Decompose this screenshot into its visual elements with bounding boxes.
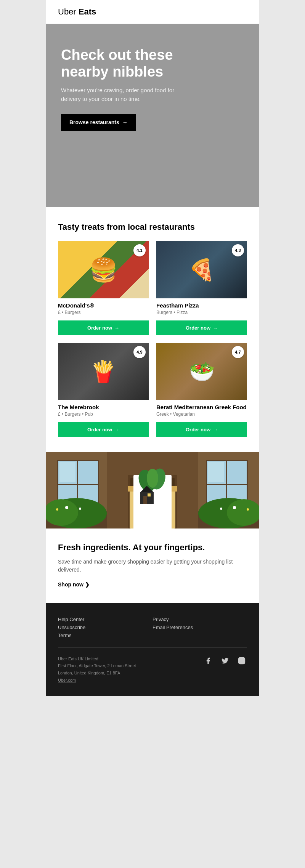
footer-link-email-preferences[interactable]: Email Preferences <box>152 625 247 630</box>
svg-point-42 <box>233 506 236 509</box>
berati-info: Berati Mediterranean Greek Food Greek • … <box>156 400 247 422</box>
footer-address-line2: London, United Kingdom, E1 8FA <box>58 669 136 677</box>
berati-rating: 4.7 <box>232 346 244 358</box>
footer-links: Help Center Privacy Unsubscribe Email Pr… <box>58 617 247 638</box>
merebrook-rating: 4.9 <box>133 346 146 358</box>
browse-restaurants-button[interactable]: Browse restaurants → <box>61 114 136 131</box>
feastham-order-label: Order now <box>186 325 210 331</box>
merebrook-name: The Merebrook <box>58 404 149 410</box>
svg-rect-9 <box>59 462 75 482</box>
footer-divider <box>58 647 247 648</box>
logo-uber: Uber <box>58 7 76 16</box>
svg-point-43 <box>220 508 222 510</box>
hero-title: Check out these nearby nibbles <box>61 47 191 80</box>
mcdonalds-info: McDonald's® £ • Burgers <box>58 298 149 320</box>
merebrook-order-arrow: → <box>114 427 119 432</box>
fresh-title: Fresh ingredients. At your fingertips. <box>58 542 247 553</box>
shop-now-label: Shop now <box>58 581 83 588</box>
grocery-banner <box>46 452 259 528</box>
feastham-info: Feastham Pizza Burgers • Pizza <box>156 298 247 320</box>
restaurant-card-feastham: 4.3 Feastham Pizza Burgers • Pizza Order… <box>156 241 247 335</box>
feastham-order-button[interactable]: Order now → <box>156 320 247 335</box>
shop-now-button[interactable]: Shop now ❯ <box>58 581 90 588</box>
restaurant-card-berati: 4.7 Berati Mediterranean Greek Food Gree… <box>156 343 247 437</box>
mcdonalds-order-button[interactable]: Order now → <box>58 320 149 335</box>
footer-link-help-center[interactable]: Help Center <box>58 617 152 622</box>
svg-rect-34 <box>148 493 151 496</box>
email-header: Uber Eats <box>46 0 259 24</box>
grocery-illustration <box>46 452 259 528</box>
mcdonalds-name: McDonald's® <box>58 302 149 309</box>
twitter-icon[interactable] <box>220 655 230 666</box>
mcdonalds-meta: £ • Burgers <box>58 310 149 315</box>
restaurant-card-mcdonalds: 4.1 McDonald's® £ • Burgers Order now → <box>58 241 149 335</box>
berati-meta: Greek • Vegetarian <box>156 412 247 417</box>
svg-rect-16 <box>206 484 248 485</box>
footer-link-terms[interactable]: Terms <box>58 633 152 638</box>
svg-point-37 <box>65 506 68 509</box>
fresh-section: Fresh ingredients. At your fingertips. S… <box>46 528 259 603</box>
mcdonalds-order-arrow: → <box>114 325 119 331</box>
feastham-name: Feastham Pizza <box>156 302 247 309</box>
logo: Uber Eats <box>58 7 247 17</box>
footer-website[interactable]: Uber.com <box>58 678 76 682</box>
fresh-subtitle: Save time and make grocery shopping easi… <box>58 558 247 574</box>
svg-rect-17 <box>208 462 224 482</box>
feastham-order-arrow: → <box>213 325 218 331</box>
footer-link-privacy[interactable]: Privacy <box>152 617 247 622</box>
restaurants-section-title: Tasty treats from local restaurants <box>58 222 247 232</box>
logo-eats: Eats <box>79 7 96 16</box>
restaurant-image-berati: 4.7 <box>156 343 247 400</box>
mcdonalds-order-label: Order now <box>87 325 112 331</box>
merebrook-info: The Merebrook £ • Burgers • Pub <box>58 400 149 422</box>
svg-point-39 <box>56 508 58 511</box>
berati-order-button[interactable]: Order now → <box>156 422 247 437</box>
svg-rect-8 <box>57 484 99 485</box>
svg-point-44 <box>247 508 249 511</box>
hero-section: Check out these nearby nibbles Whatever … <box>46 24 259 207</box>
berati-order-label: Order now <box>186 427 210 432</box>
svg-rect-33 <box>143 496 147 504</box>
restaurant-image-merebrook: 4.9 <box>58 343 149 400</box>
restaurant-image-mcdonalds: 4.1 <box>58 241 149 298</box>
hero-subtitle: Whatever you're craving, order good food… <box>61 86 191 103</box>
merebrook-order-button[interactable]: Order now → <box>58 422 149 437</box>
footer: Help Center Privacy Unsubscribe Email Pr… <box>46 603 259 696</box>
merebrook-meta: £ • Burgers • Pub <box>58 412 149 417</box>
footer-social <box>203 655 247 666</box>
browse-restaurants-arrow: → <box>122 119 128 125</box>
feastham-meta: Burgers • Pizza <box>156 310 247 315</box>
shop-now-chevron: ❯ <box>85 581 90 588</box>
restaurant-grid: 4.1 McDonald's® £ • Burgers Order now → … <box>58 241 247 437</box>
footer-address: Uber Eats UK Limited First Floor, Aldgat… <box>58 655 136 684</box>
footer-bottom: Uber Eats UK Limited First Floor, Aldgat… <box>58 655 247 684</box>
footer-link-unsubscribe[interactable]: Unsubscribe <box>58 625 152 630</box>
restaurant-card-merebrook: 4.9 The Merebrook £ • Burgers • Pub Orde… <box>58 343 149 437</box>
restaurants-section: Tasty treats from local restaurants 4.1 … <box>46 207 259 452</box>
feastham-rating: 4.3 <box>232 244 244 256</box>
footer-company: Uber Eats UK Limited <box>58 655 136 663</box>
instagram-icon[interactable] <box>236 655 247 666</box>
mcdonalds-rating: 4.1 <box>133 244 146 256</box>
facebook-icon[interactable] <box>203 655 214 666</box>
footer-address-line1: First Floor, Aldgate Tower, 2 Leman Stre… <box>58 662 136 669</box>
email-wrapper: Uber Eats Check out these nearby nibbles… <box>46 0 259 696</box>
svg-point-38 <box>79 508 81 510</box>
restaurant-image-feastham: 4.3 <box>156 241 247 298</box>
berati-name: Berati Mediterranean Greek Food <box>156 404 247 410</box>
merebrook-order-label: Order now <box>87 427 112 432</box>
browse-restaurants-label: Browse restaurants <box>69 119 119 125</box>
berati-order-arrow: → <box>213 427 218 432</box>
svg-point-30 <box>147 469 158 488</box>
